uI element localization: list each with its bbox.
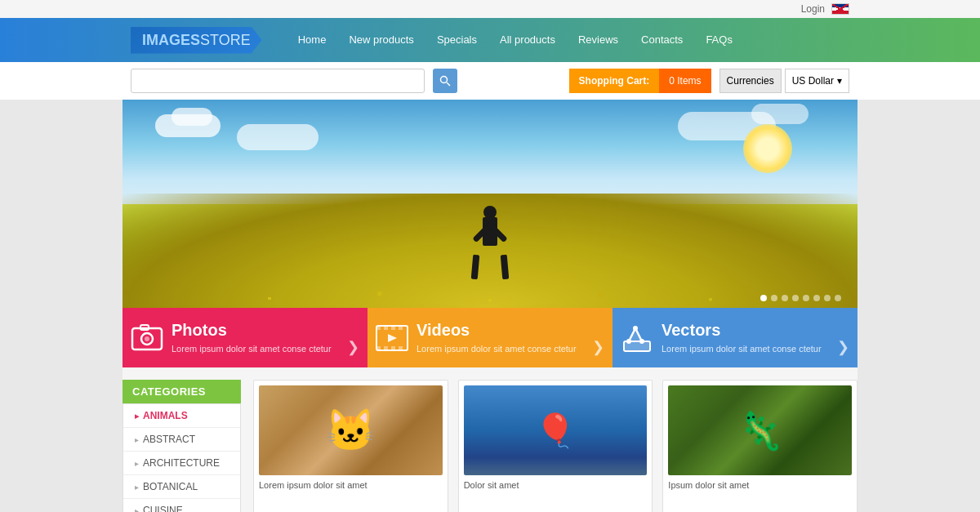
hero-dot-2[interactable] — [771, 295, 777, 301]
nav-all-products[interactable]: All products — [488, 18, 567, 62]
svg-rect-8 — [384, 326, 388, 330]
search-input[interactable] — [131, 69, 425, 93]
cat-banner-photos-desc: Lorem ipsum dolor sit amet conse ctetur — [172, 343, 356, 354]
nav-reviews[interactable]: Reviews — [567, 18, 630, 62]
cart-label: Shopping Cart: — [569, 69, 660, 93]
hero-sun — [743, 124, 792, 173]
person-leg-right — [501, 255, 510, 280]
hero-dot-8[interactable] — [835, 295, 841, 301]
category-banners: Photos Lorem ipsum dolor sit amet conse … — [122, 308, 858, 367]
svg-marker-15 — [388, 334, 397, 342]
product-grid: Lorem ipsum dolor sit amet Dolor sit ame… — [253, 380, 858, 512]
sidebar-item-architecture[interactable]: ▸ ARCHITECTURE — [123, 452, 240, 475]
cloud-2 — [172, 108, 212, 126]
cart-area: Shopping Cart: 0 Items Currencies US Dol… — [569, 69, 849, 93]
sidebar-label-botanical: BOTANICAL — [143, 481, 198, 492]
hero-dot-6[interactable] — [813, 295, 820, 301]
arrow-architecture-icon: ▸ — [135, 459, 139, 468]
currencies-button[interactable]: Currencies — [719, 69, 782, 93]
logo-sub: STORE — [200, 32, 251, 48]
search-icon — [439, 75, 451, 87]
search-bar: Shopping Cart: 0 Items Currencies US Dol… — [0, 62, 980, 100]
sidebar-item-animals[interactable]: ▸ ANIMALS — [123, 404, 240, 428]
currency-select[interactable]: US Dollar ▾ — [785, 69, 849, 93]
svg-rect-7 — [376, 326, 381, 330]
nav-new-products[interactable]: New products — [337, 18, 425, 62]
cloud-3 — [237, 124, 318, 150]
cat-banner-videos-desc: Lorem ipsum dolor sit amet conse ctetur — [416, 343, 601, 354]
svg-rect-14 — [399, 346, 403, 350]
photos-icon — [127, 318, 167, 358]
svg-rect-9 — [391, 326, 395, 330]
videos-icon — [372, 318, 412, 358]
language-flag-icon[interactable] — [831, 3, 849, 15]
nav-faqs[interactable]: FAQs — [694, 18, 744, 62]
cat-banner-vectors-desc: Lorem ipsum dolor sit amet conse ctetur — [662, 343, 846, 354]
hero-dots — [760, 295, 841, 301]
product-card-2[interactable]: Dolor sit amet — [458, 380, 653, 512]
nav-contacts[interactable]: Contacts — [630, 18, 694, 62]
login-link[interactable]: Login — [801, 3, 825, 15]
hero-dot-4[interactable] — [792, 295, 799, 301]
sidebar-label-abstract: ABSTRACT — [143, 434, 195, 445]
top-bar: Login — [0, 0, 980, 18]
svg-rect-11 — [376, 346, 381, 350]
logo-main: IMAGES — [142, 32, 200, 48]
cat-banner-vectors[interactable]: Vectors Lorem ipsum dolor sit amet conse… — [612, 308, 858, 367]
sidebar: CATEGORIES ▸ ANIMALS ▸ ABSTRACT ▸ ARCHIT… — [122, 380, 241, 512]
logo[interactable]: IMAGESSTORE — [131, 27, 262, 54]
svg-point-0 — [441, 77, 448, 83]
svg-rect-13 — [391, 346, 395, 350]
svg-line-1 — [447, 82, 450, 86]
videos-arrow-icon: ❯ — [592, 338, 604, 356]
product-card-3[interactable]: Ipsum dolor sit amet — [662, 380, 858, 512]
product-title-2: Dolor sit amet — [464, 479, 648, 491]
main-nav: Home New products Specials All products … — [287, 18, 744, 62]
svg-point-5 — [145, 336, 149, 341]
product-image-cat — [259, 385, 443, 475]
cat-banner-vectors-title: Vectors — [662, 321, 846, 340]
product-image-lizard — [668, 385, 852, 475]
search-button[interactable] — [433, 69, 457, 93]
svg-rect-10 — [399, 326, 403, 330]
person-leg-left — [471, 255, 480, 280]
hero-banner — [122, 100, 858, 308]
arrow-abstract-icon: ▸ — [135, 435, 139, 444]
cat-banner-photos[interactable]: Photos Lorem ipsum dolor sit amet conse … — [122, 308, 368, 367]
arrow-animals-icon: ▸ — [135, 412, 139, 421]
svg-rect-12 — [384, 346, 388, 350]
logo-text: IMAGESSTORE — [142, 32, 251, 48]
arrow-botanical-icon: ▸ — [135, 483, 139, 492]
vectors-arrow-icon: ❯ — [837, 338, 849, 356]
cat-banner-videos-title: Videos — [416, 321, 601, 340]
product-image-balloon — [464, 385, 648, 475]
sidebar-item-abstract[interactable]: ▸ ABSTRACT — [123, 428, 240, 452]
product-title-3: Ipsum dolor sit amet — [668, 479, 852, 491]
cat-banner-videos[interactable]: Videos Lorem ipsum dolor sit amet conse … — [368, 308, 612, 367]
sidebar-label-animals: ANIMALS — [143, 410, 188, 421]
arrow-cuisine-icon: ▸ — [135, 506, 139, 512]
header: IMAGESSTORE Home New products Specials A… — [0, 18, 980, 62]
svg-point-17 — [626, 339, 631, 344]
hero-dot-1[interactable] — [760, 295, 767, 301]
sidebar-label-architecture: ARCHITECTURE — [143, 457, 220, 469]
product-card-1[interactable]: Lorem ipsum dolor sit amet — [253, 380, 448, 512]
sidebar-title: CATEGORIES — [122, 380, 241, 403]
hero-person — [466, 206, 514, 279]
currency-value: US Dollar — [792, 75, 834, 87]
vectors-icon — [617, 318, 657, 358]
svg-point-19 — [633, 326, 638, 331]
sidebar-item-cuisine[interactable]: ▸ CUISINE — [123, 499, 240, 512]
sidebar-item-botanical[interactable]: ▸ BOTANICAL — [123, 475, 240, 499]
hero-dot-5[interactable] — [803, 295, 809, 301]
hero-dot-3[interactable] — [782, 295, 788, 301]
nav-specials[interactable]: Specials — [425, 18, 488, 62]
photos-arrow-icon: ❯ — [347, 338, 359, 356]
nav-home[interactable]: Home — [287, 18, 338, 62]
inner-wrapper: Photos Lorem ipsum dolor sit amet conse … — [122, 100, 858, 512]
chevron-down-icon: ▾ — [837, 75, 842, 87]
cloud-5 — [751, 104, 808, 124]
cat-banner-photos-title: Photos — [172, 321, 356, 340]
hero-dot-7[interactable] — [824, 295, 831, 301]
product-title-1: Lorem ipsum dolor sit amet — [259, 479, 443, 491]
